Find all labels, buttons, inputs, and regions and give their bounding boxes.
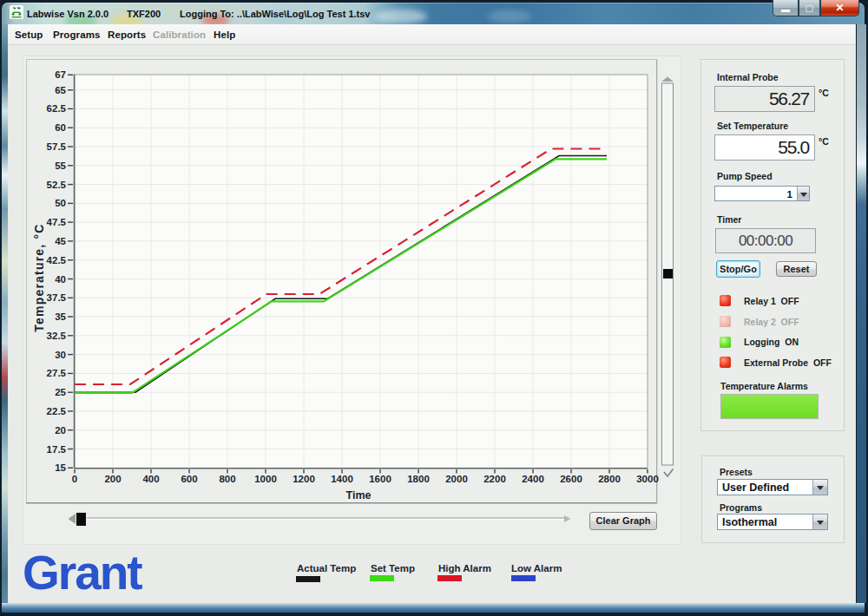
- svg-text:0: 0: [72, 474, 77, 484]
- svg-text:1400: 1400: [331, 474, 353, 484]
- svg-text:600: 600: [181, 474, 197, 484]
- svg-text:47.5: 47.5: [47, 217, 67, 227]
- svg-text:1800: 1800: [407, 474, 430, 484]
- svg-text:62.5: 62.5: [47, 103, 67, 114]
- svg-text:32.5: 32.5: [47, 331, 67, 341]
- svg-text:2600: 2600: [560, 474, 582, 484]
- svg-text:800: 800: [219, 474, 235, 484]
- svg-text:60: 60: [55, 122, 66, 133]
- svg-text:25: 25: [55, 387, 66, 397]
- svg-text:40: 40: [55, 274, 66, 285]
- svg-text:3000: 3000: [636, 474, 659, 484]
- svg-text:22.5: 22.5: [47, 406, 67, 416]
- svg-text:Temperature, °C: Temperature, °C: [32, 223, 46, 331]
- svg-text:20: 20: [55, 425, 66, 436]
- svg-text:42.5: 42.5: [47, 255, 67, 265]
- svg-text:57.5: 57.5: [47, 141, 67, 152]
- svg-text:1200: 1200: [293, 474, 315, 484]
- svg-text:400: 400: [142, 474, 159, 484]
- svg-text:67: 67: [55, 69, 66, 80]
- svg-text:1600: 1600: [369, 474, 391, 484]
- svg-text:37.5: 37.5: [47, 292, 67, 303]
- svg-text:45: 45: [55, 236, 66, 246]
- svg-text:52.5: 52.5: [47, 180, 67, 190]
- svg-text:200: 200: [104, 474, 121, 484]
- svg-text:1000: 1000: [254, 474, 277, 484]
- svg-text:2400: 2400: [522, 474, 544, 484]
- svg-text:35: 35: [55, 311, 66, 322]
- svg-text:55: 55: [55, 161, 66, 171]
- svg-text:2000: 2000: [445, 474, 468, 484]
- svg-text:2200: 2200: [483, 474, 506, 484]
- svg-text:Time: Time: [346, 489, 372, 501]
- svg-text:27.5: 27.5: [47, 368, 67, 378]
- svg-text:30: 30: [55, 350, 66, 360]
- svg-text:2800: 2800: [598, 474, 621, 484]
- svg-text:15: 15: [55, 462, 66, 473]
- svg-text:17.5: 17.5: [47, 444, 67, 455]
- svg-text:50: 50: [55, 198, 66, 208]
- svg-text:65: 65: [55, 85, 66, 95]
